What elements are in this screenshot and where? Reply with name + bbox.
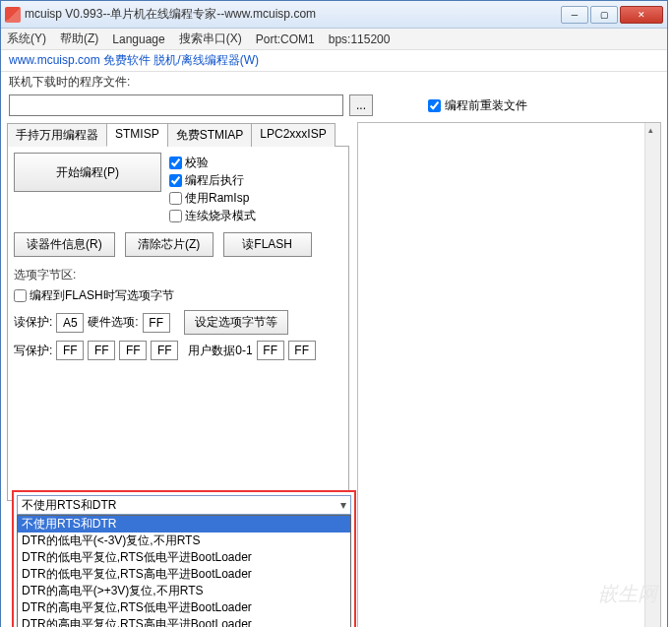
menu-help[interactable]: 帮助(Z) bbox=[60, 31, 98, 47]
write-opt-checkbox-wrap[interactable]: 编程到FLASH时写选项字节 bbox=[14, 287, 342, 304]
start-program-button[interactable]: 开始编程(P) bbox=[14, 153, 161, 192]
tab-stmiap[interactable]: 免费STMIAP bbox=[167, 123, 253, 147]
infobar: www.mcuisp.com 免费软件 脱机/离线编程器(W) bbox=[1, 50, 667, 72]
tab-stmisp[interactable]: STMISP bbox=[106, 123, 168, 147]
menu-search-port[interactable]: 搜索串口(X) bbox=[179, 31, 242, 47]
option-section-label: 选项字节区: bbox=[14, 267, 342, 283]
filepath-input[interactable] bbox=[9, 94, 343, 116]
dropdown-item[interactable]: DTR的低电平复位,RTS低电平进BootLoader bbox=[18, 549, 350, 566]
read-flash-button[interactable]: 读FLASH bbox=[223, 232, 312, 257]
continuous-checkbox-wrap[interactable]: 连续烧录模式 bbox=[169, 208, 256, 224]
maximize-button[interactable]: ▢ bbox=[590, 6, 618, 24]
menu-system[interactable]: 系统(Y) bbox=[7, 31, 46, 47]
ramisp-checkbox-wrap[interactable]: 使用RamIsp bbox=[169, 190, 256, 207]
close-button[interactable]: ✕ bbox=[620, 6, 663, 24]
dropdown-item[interactable]: DTR的低电平复位,RTS高电平进BootLoader bbox=[18, 566, 350, 583]
ramisp-checkbox[interactable] bbox=[169, 192, 182, 205]
titlebar: mcuisp V0.993--单片机在线编程专家--www.mcuisp.com… bbox=[1, 1, 667, 29]
dropdown-item[interactable]: DTR的高电平复位,RTS高电平进BootLoader bbox=[18, 616, 350, 627]
continuous-checkbox[interactable] bbox=[169, 210, 182, 222]
read-info-button[interactable]: 读器件信息(R) bbox=[14, 232, 115, 257]
filepath-label: 联机下载时的程序文件: bbox=[9, 75, 130, 89]
dropdown-item[interactable]: DTR的低电平(<-3V)复位,不用RTS bbox=[18, 533, 350, 549]
runafter-label: 编程后执行 bbox=[185, 172, 244, 189]
wp-input-1[interactable] bbox=[88, 341, 115, 360]
read-protect-input[interactable] bbox=[56, 313, 84, 333]
write-opt-label: 编程到FLASH时写选项字节 bbox=[30, 287, 174, 304]
reload-label: 编程前重装文件 bbox=[445, 97, 527, 114]
window-title: mcuisp V0.993--单片机在线编程专家--www.mcuisp.com bbox=[25, 6, 561, 23]
app-icon bbox=[5, 7, 21, 23]
tab-lpc[interactable]: LPC2xxxISP bbox=[251, 123, 335, 147]
menu-port[interactable]: Port:COM1 bbox=[256, 32, 315, 46]
tabs: 手持万用编程器 STMISP 免费STMIAP LPC2xxxISP bbox=[7, 122, 349, 147]
verify-checkbox-wrap[interactable]: 校验 bbox=[169, 155, 256, 171]
ud-input-0[interactable] bbox=[257, 341, 284, 360]
hw-option-input[interactable] bbox=[143, 313, 170, 333]
read-protect-label: 读保护: bbox=[14, 314, 52, 331]
verify-checkbox[interactable] bbox=[169, 157, 182, 169]
verify-label: 校验 bbox=[185, 155, 209, 171]
wp-input-0[interactable] bbox=[56, 341, 84, 360]
tab-hand[interactable]: 手持万用编程器 bbox=[7, 123, 107, 147]
runafter-checkbox[interactable] bbox=[169, 174, 182, 187]
menu-bps[interactable]: bps:115200 bbox=[329, 32, 391, 46]
dtr-rts-select[interactable]: 不使用RTS和DTR bbox=[17, 495, 351, 515]
tab-panel-stmisp: 开始编程(P) 校验 编程后执行 使用RamIsp 连续烧录模式 读器件信息(R… bbox=[7, 147, 349, 501]
dtr-rts-dropdown-area: 不使用RTS和DTR 不使用RTS和DTR DTR的低电平(<-3V)复位,不用… bbox=[12, 490, 356, 627]
set-option-button[interactable]: 设定选项字节等 bbox=[184, 310, 288, 335]
minimize-button[interactable]: ─ bbox=[561, 6, 588, 24]
reload-checkbox-wrap[interactable]: 编程前重装文件 bbox=[428, 97, 527, 114]
wp-input-3[interactable] bbox=[151, 341, 178, 360]
reload-checkbox[interactable] bbox=[428, 99, 441, 112]
log-pane bbox=[357, 122, 661, 627]
write-protect-label: 写保护: bbox=[14, 343, 52, 359]
dropdown-item[interactable]: DTR的高电平(>+3V)复位,不用RTS bbox=[18, 583, 350, 599]
log-scrollbar[interactable] bbox=[644, 123, 660, 627]
runafter-checkbox-wrap[interactable]: 编程后执行 bbox=[169, 172, 256, 189]
user-data-label: 用户数据0-1 bbox=[188, 343, 252, 359]
dropdown-item[interactable]: DTR的高电平复位,RTS低电平进BootLoader bbox=[18, 599, 350, 616]
menu-language[interactable]: Language bbox=[112, 32, 164, 46]
menubar: 系统(Y) 帮助(Z) Language 搜索串口(X) Port:COM1 b… bbox=[1, 29, 667, 50]
browse-button[interactable]: ... bbox=[349, 94, 373, 116]
info-link[interactable]: www.mcuisp.com 免费软件 脱机/离线编程器(W) bbox=[9, 52, 259, 69]
ud-input-1[interactable] bbox=[288, 341, 316, 360]
continuous-label: 连续烧录模式 bbox=[185, 208, 256, 224]
write-opt-checkbox[interactable] bbox=[14, 289, 27, 302]
dropdown-item[interactable]: 不使用RTS和DTR bbox=[18, 516, 350, 533]
dtr-rts-dropdown-list: 不使用RTS和DTR DTR的低电平(<-3V)复位,不用RTS DTR的低电平… bbox=[17, 515, 351, 627]
erase-button[interactable]: 清除芯片(Z) bbox=[125, 232, 214, 257]
hw-option-label: 硬件选项: bbox=[88, 314, 138, 331]
wp-input-2[interactable] bbox=[119, 341, 147, 360]
ramisp-label: 使用RamIsp bbox=[185, 190, 249, 207]
